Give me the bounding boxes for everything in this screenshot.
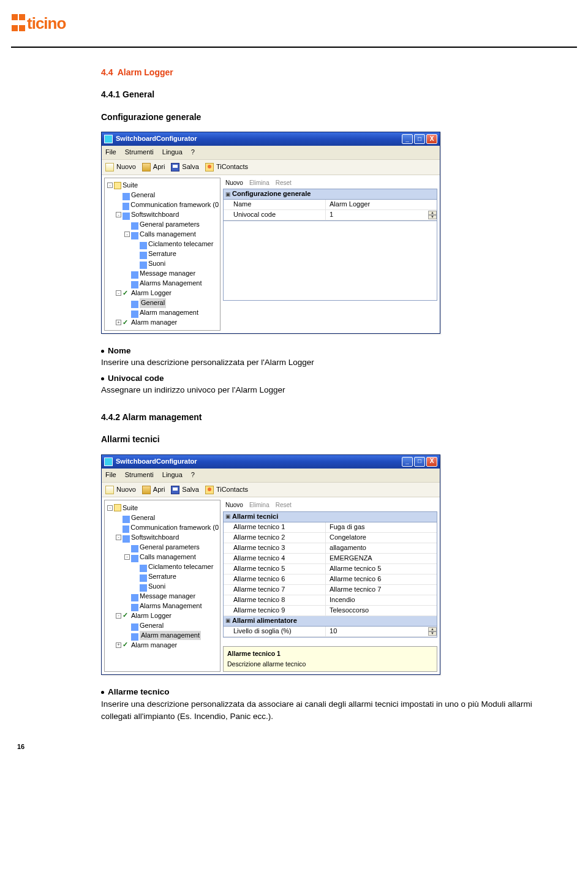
collapse-icon[interactable]: ▣: [224, 513, 232, 521]
toolbar-new[interactable]: Nuovo: [105, 162, 136, 172]
category-row-tecnici[interactable]: ▣ Allarmi tecnici: [224, 512, 437, 522]
toolbar-save[interactable]: Salva: [171, 162, 199, 172]
tree-node-serrature[interactable]: Serrature: [106, 249, 219, 259]
tree-node-alarmsmgmt[interactable]: Alarms Management: [106, 601, 219, 611]
expand-icon[interactable]: +: [116, 642, 121, 648]
tree-node-alarmlogger[interactable]: -Alarm Logger: [106, 288, 219, 298]
tree-node-al_general[interactable]: General: [106, 620, 219, 630]
property-value[interactable]: EMERGENZA: [326, 554, 437, 563]
tree-node-suite[interactable]: -Suite: [106, 503, 219, 513]
category-row[interactable]: ▣ Configurazione generale: [224, 189, 437, 200]
tree-node-al_mgmt[interactable]: Alarm management: [106, 308, 219, 318]
property-row[interactable]: Univocal code1▲▼: [224, 210, 437, 220]
menu-language[interactable]: Lingua: [162, 470, 183, 480]
close-button[interactable]: X: [426, 134, 437, 144]
property-value[interactable]: Alarm Logger: [326, 200, 437, 209]
minimize-button[interactable]: _: [402, 457, 413, 467]
property-value[interactable]: Telesoccorso: [326, 606, 437, 616]
tree-node-softsb[interactable]: -Softswitchboard: [106, 532, 219, 542]
tree-node-al_general[interactable]: General: [106, 298, 219, 308]
property-value[interactable]: Allarme tecnico 7: [326, 585, 437, 595]
toolbar-save[interactable]: Salva: [171, 485, 199, 495]
property-row[interactable]: Allarme tecnico 3allagamento: [224, 543, 437, 554]
close-button[interactable]: X: [426, 457, 437, 467]
expand-icon[interactable]: +: [116, 320, 121, 325]
propaction-delete[interactable]: Elimina: [249, 501, 270, 510]
spinner-control[interactable]: ▲▼: [428, 627, 437, 636]
toolbar-open[interactable]: Apri: [142, 162, 165, 172]
menu-help[interactable]: ?: [191, 470, 195, 480]
tree-node-suite[interactable]: -Suite: [106, 181, 219, 190]
tree-node-genparams[interactable]: General parameters: [106, 542, 219, 552]
tree-node-ciclamento[interactable]: Ciclamento telecamer: [106, 239, 219, 249]
property-row[interactable]: Allarme tecnico 1Fuga di gas: [224, 522, 437, 533]
property-row[interactable]: Allarme tecnico 9Telesoccorso: [224, 606, 437, 616]
tree-node-ciclamento[interactable]: Ciclamento telecamer: [106, 562, 219, 571]
tree-node-al_mgmt[interactable]: Alarm management: [106, 630, 219, 640]
tree-node-general[interactable]: General: [106, 513, 219, 522]
category-row-alimentatore[interactable]: ▣ Allarmi alimentatore: [224, 616, 437, 627]
tree-node-msgmgr[interactable]: Message manager: [106, 269, 219, 279]
tree-node-commfw[interactable]: Communication framework (0: [106, 522, 219, 532]
property-row[interactable]: Livello di soglia (%)10▲▼: [224, 627, 437, 637]
tree-node-alarmmanager[interactable]: +Alarm manager: [106, 640, 219, 650]
propaction-reset[interactable]: Reset: [276, 179, 292, 188]
property-value[interactable]: Incendio: [326, 595, 437, 605]
property-value[interactable]: 1▲▼: [326, 210, 437, 220]
propaction-new[interactable]: Nuovo: [225, 501, 243, 510]
tree-node-softsb[interactable]: -Softswitchboard: [106, 210, 219, 220]
propaction-delete[interactable]: Elimina: [249, 179, 270, 188]
tree-node-commfw[interactable]: Communication framework (0: [106, 200, 219, 210]
collapse-icon[interactable]: -: [107, 183, 113, 188]
property-value[interactable]: 10▲▼: [326, 627, 437, 636]
collapse-icon[interactable]: -: [116, 535, 121, 540]
property-value[interactable]: allagamento: [326, 543, 437, 553]
tree-node-alarmmanager[interactable]: +Alarm manager: [106, 318, 219, 328]
tree-node-suoni[interactable]: Suoni: [106, 581, 219, 591]
property-row[interactable]: NameAlarm Logger: [224, 200, 437, 210]
tree-node-msgmgr[interactable]: Message manager: [106, 591, 219, 601]
tree-node-callsmgmt[interactable]: -Calls management: [106, 552, 219, 562]
collapse-icon[interactable]: -: [116, 613, 121, 619]
collapse-icon[interactable]: -: [116, 290, 121, 296]
toolbar-ticontacts[interactable]: TiContacts: [205, 485, 248, 495]
titlebar[interactable]: SwitchboardConfigurator _ □ X: [102, 132, 440, 146]
propaction-new[interactable]: Nuovo: [225, 179, 243, 188]
toolbar-open[interactable]: Apri: [142, 485, 165, 495]
property-row[interactable]: Allarme tecnico 2Congelatore: [224, 533, 437, 543]
titlebar[interactable]: SwitchboardConfigurator _ □ X: [102, 455, 440, 469]
tree-node-alarmlogger[interactable]: -Alarm Logger: [106, 611, 219, 620]
tree-node-suoni[interactable]: Suoni: [106, 259, 219, 269]
minimize-button[interactable]: _: [402, 134, 413, 144]
collapse-icon[interactable]: -: [124, 232, 130, 237]
menu-file[interactable]: File: [105, 148, 116, 157]
property-row[interactable]: Allarme tecnico 4EMERGENZA: [224, 554, 437, 564]
tree-node-genparams[interactable]: General parameters: [106, 220, 219, 230]
collapse-icon[interactable]: ▣: [224, 617, 232, 625]
menu-tools[interactable]: Strumenti: [125, 470, 154, 480]
tree-node-callsmgmt[interactable]: -Calls management: [106, 230, 219, 239]
property-value[interactable]: Fuga di gas: [326, 522, 437, 532]
menu-help[interactable]: ?: [191, 148, 195, 157]
collapse-icon[interactable]: ▣: [224, 190, 232, 198]
toolbar-new[interactable]: Nuovo: [105, 485, 136, 495]
toolbar-ticontacts[interactable]: TiContacts: [205, 162, 248, 172]
property-row[interactable]: Allarme tecnico 8Incendio: [224, 595, 437, 606]
tree-node-serrature[interactable]: Serrature: [106, 571, 219, 581]
maximize-button[interactable]: □: [414, 134, 425, 144]
maximize-button[interactable]: □: [414, 457, 425, 467]
menu-file[interactable]: File: [105, 470, 116, 480]
property-value[interactable]: Allarme tecnico 6: [326, 574, 437, 584]
property-row[interactable]: Allarme tecnico 5Allarme tecnico 5: [224, 564, 437, 574]
property-value[interactable]: Allarme tecnico 5: [326, 564, 437, 574]
menu-tools[interactable]: Strumenti: [125, 148, 154, 157]
propaction-reset[interactable]: Reset: [276, 501, 292, 510]
spinner-control[interactable]: ▲▼: [428, 211, 437, 219]
tree-node-general[interactable]: General: [106, 190, 219, 200]
collapse-icon[interactable]: -: [116, 212, 121, 217]
property-row[interactable]: Allarme tecnico 6Allarme tecnico 6: [224, 574, 437, 585]
property-row[interactable]: Allarme tecnico 7Allarme tecnico 7: [224, 585, 437, 595]
menu-language[interactable]: Lingua: [162, 148, 183, 157]
tree-node-alarmsmgmt[interactable]: Alarms Management: [106, 279, 219, 288]
collapse-icon[interactable]: -: [124, 554, 130, 560]
